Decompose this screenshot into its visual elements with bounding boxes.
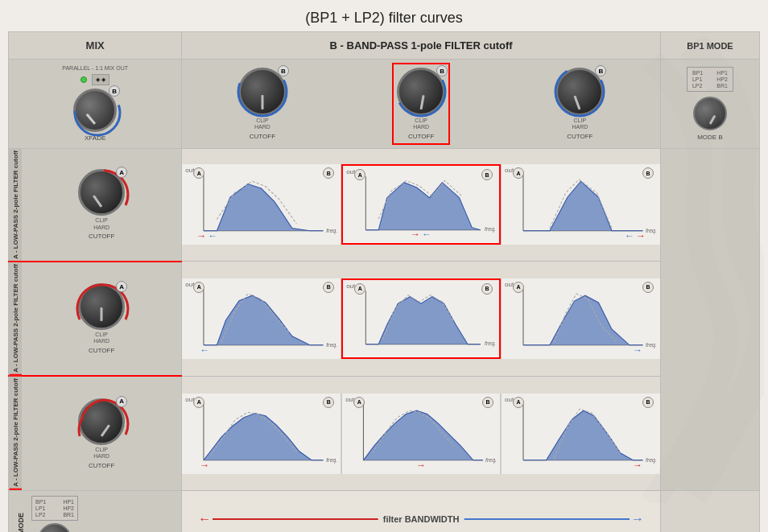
filter-row-1-left: A - LOW-PASS 2-pole FILTER cutoff A	[9, 148, 182, 261]
row1-cutoff: CUTOFF	[89, 233, 114, 240]
filter-row-1: A - LOW-PASS 2-pole FILTER cutoff A	[9, 148, 760, 261]
graph-3-2: out freq. A B →	[341, 394, 501, 474]
header-bp1mode: BP1 MODE	[660, 32, 759, 60]
lp2-mode-label: LP2 MODE	[15, 511, 27, 532]
arrow-3-3: →	[633, 460, 642, 471]
bp1-mode-cell: BP1HP1 LP1HP2 LP2BR1 MODE B	[660, 60, 759, 149]
row1-knob-container[interactable]: A	[78, 169, 125, 216]
bottom-row: LP2 MODE BP1HP1 LP1HP2 LP2BR1 MODE A	[9, 491, 760, 532]
filter-row-3-left: A - LOW-PASS 2-pole FILTER cutoff A C	[9, 376, 182, 490]
mode-knob-indicator	[709, 115, 716, 125]
graph-1-2: out freq. A B → ←	[341, 164, 501, 245]
header-mix: MIX	[9, 32, 182, 60]
arrow-3-1: →	[200, 460, 209, 471]
lp2-mode-cell: LP2 MODE BP1HP1 LP1HP2 LP2BR1 MODE A	[9, 491, 182, 532]
lp2-mode-knob[interactable]	[38, 523, 72, 532]
bandwidth-container: ← filter BANDWIDTH → ← filter CUTOFF SHI…	[198, 512, 644, 532]
xfade-knob-container[interactable]: B	[73, 89, 117, 132]
filter-row-3-graphs: out freq. A B →	[182, 376, 661, 490]
row1-vertical-label: A - LOW-PASS 2-pole FILTER cutoff	[9, 149, 22, 261]
bp1-mode-knob[interactable]	[693, 97, 727, 130]
row3-vertical-label: A - LOW-PASS 2-pole FILTER cutoff	[9, 377, 22, 490]
svg-point-0	[75, 90, 120, 135]
knob-row: PARALLEL - 1:1 MIX OUT ◈◈	[9, 60, 760, 149]
arrow-2-1: ←	[200, 344, 209, 356]
row1-knob-area: A CLIPHARD CUTOFF	[22, 149, 181, 261]
row3-knob-container[interactable]: A	[78, 398, 125, 445]
bp1-knob-2[interactable]: B CLIPHARD CUTOFF	[392, 63, 450, 145]
filter-row-2: A - LOW-PASS 2-pole FILTER cutoff A C	[9, 262, 760, 377]
graph-2-2: out freq. A B	[341, 278, 501, 359]
knob-indicator	[261, 95, 263, 109]
arrow-1-2: → ←	[411, 229, 431, 240]
mode-grid: BP1HP1 LP1HP2 LP2BR1	[687, 67, 733, 92]
header-bandpass: B - BAND-PASS 1-pole FILTER cutoff	[182, 32, 661, 60]
row2-cutoff: CUTOFF	[89, 347, 114, 354]
bp1-mode-selector: BP1HP1 LP1HP2 LP2BR1 MODE B	[664, 67, 756, 141]
graph-3-3: out freq. A B →	[501, 394, 660, 474]
cutoff-label-1: CUTOFF	[250, 133, 275, 140]
lp2-mode-container: LP2 MODE BP1HP1 LP1HP2 LP2BR1 MODE A	[15, 496, 175, 532]
bp1-knob-3[interactable]: B CLIPHARD CUTOFF	[555, 68, 604, 140]
graph-2-3: out freq. A B →	[501, 278, 660, 359]
header-row: MIX B - BAND-PASS 1-pole FILTER cutoff B…	[9, 32, 760, 60]
bandwidth-arrow-right: →	[631, 512, 644, 526]
green-led	[81, 76, 87, 83]
row2-knob-indicator	[101, 307, 103, 321]
main-table: MIX B - BAND-PASS 1-pole FILTER cutoff B…	[8, 31, 760, 532]
bp1-knob-1[interactable]: B CLIPHARD CUTOFF	[238, 68, 287, 140]
graph-1-3: out freq. A B ← →	[501, 164, 660, 245]
cutoff-label-3: CUTOFF	[567, 133, 593, 140]
filter-row-2-left: A - LOW-PASS 2-pole FILTER cutoff A C	[9, 262, 182, 377]
row3-knob-area: A CLIPHARD CUTOFF	[22, 377, 181, 490]
arrow-2-3: →	[633, 344, 642, 356]
lp2-mode-selector: BP1HP1 LP1HP2 LP2BR1 MODE A	[31, 496, 78, 532]
lp2-mode-grid: BP1HP1 LP1HP2 LP2BR1	[31, 496, 78, 521]
parallel-label: PARALLEL - 1:1 MIX OUT	[62, 65, 128, 71]
cutoff-label-2: CUTOFF	[408, 133, 434, 140]
arrow-3-2: →	[416, 460, 426, 471]
filter-row-2-graphs: out freq. A B ←	[182, 262, 661, 377]
bottom-right-cell	[660, 491, 759, 532]
signal-module: ◈◈	[92, 74, 109, 85]
mix-knob-cell: PARALLEL - 1:1 MIX OUT ◈◈	[9, 60, 182, 149]
bp1-badge-1: B	[278, 65, 289, 76]
page-title: (BP1 + LP2) filter curves	[8, 3, 760, 31]
row2-knob-container[interactable]: A	[78, 283, 125, 330]
graph-svg-2-2	[343, 287, 499, 354]
bandwidth-cell: ← filter BANDWIDTH → ← filter CUTOFF SHI…	[182, 491, 661, 532]
row3-cutoff: CUTOFF	[89, 462, 114, 469]
mode-b-label: MODE B	[697, 134, 723, 141]
graph-1-1: out freq. A B	[182, 164, 341, 245]
row2-vertical-label: A - LOW-PASS 2-pole FILTER cutoff	[9, 262, 22, 376]
arrow-1-1: → ←	[196, 230, 217, 241]
arrow-1-3: ← →	[625, 230, 646, 241]
filter-row-1-graphs: out freq. A B	[182, 148, 661, 261]
bp1-mode-selector-2	[660, 148, 759, 490]
row3-badge: A	[116, 396, 127, 407]
graph-3-1: out freq. A B →	[182, 394, 341, 474]
row2-knob-area: A CLIPHARD CUTOFF	[22, 262, 181, 376]
bandwidth-label: filter BANDWIDTH	[378, 514, 465, 524]
bandwidth-arrow-left: ←	[198, 512, 211, 526]
bp1-knobs-cell: B CLIPHARD CUTOFF	[182, 60, 661, 149]
bandwidth-row: ← filter BANDWIDTH →	[198, 512, 644, 526]
filter-row-3: A - LOW-PASS 2-pole FILTER cutoff A C	[9, 376, 760, 490]
graph-2-1: out freq. A B ←	[182, 278, 341, 359]
